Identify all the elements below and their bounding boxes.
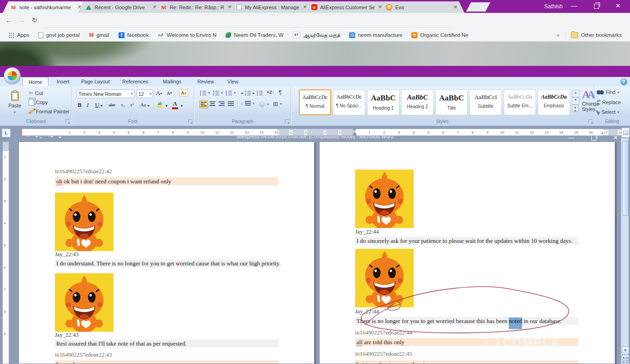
profile-name[interactable]: Sathish bbox=[544, 3, 563, 10]
underline-button[interactable]: U bbox=[95, 101, 99, 109]
replace-button[interactable]: abacReplace bbox=[597, 99, 621, 106]
tab-insert[interactable]: Insert bbox=[51, 77, 76, 86]
selected-word[interactable]: noted bbox=[509, 317, 522, 324]
font-dialog-launcher[interactable] bbox=[188, 119, 192, 123]
shading-button[interactable]: ▾ bbox=[259, 101, 269, 107]
tab-eva[interactable]: Eva ✕ bbox=[379, 1, 464, 13]
vertical-scrollbar[interactable]: ▼ ▲▲ ▼▼ bbox=[621, 138, 629, 364]
paste-button[interactable]: Paste▾ bbox=[6, 89, 24, 117]
next-page-button[interactable]: ▼▼ bbox=[622, 360, 629, 364]
font-color-caret-icon[interactable]: ▾ bbox=[181, 104, 183, 108]
document-page-1[interactable]: in164902257edoae22:42 oh ok but i don' n… bbox=[18, 141, 315, 364]
styles-scroll-down-button[interactable]: ▾ bbox=[572, 97, 579, 105]
font-color-button[interactable]: A bbox=[172, 100, 178, 110]
tab-mailings[interactable]: Mailings bbox=[157, 77, 187, 86]
window-minimize-button[interactable]: — bbox=[566, 2, 582, 9]
tab-home[interactable]: Home bbox=[22, 77, 48, 87]
change-styles-button[interactable]: AA Change Styles bbox=[582, 89, 593, 112]
bold-button[interactable]: B bbox=[77, 101, 82, 109]
styles-dialog-launcher[interactable] bbox=[588, 119, 593, 123]
tab-page-layout[interactable]: Page Layout bbox=[75, 77, 116, 86]
multilevel-list-button[interactable]: ▾ bbox=[226, 90, 236, 95]
numbering-button[interactable]: ▾ bbox=[213, 90, 223, 95]
tab-view[interactable]: View bbox=[221, 77, 244, 86]
first-line-indent-marker[interactable] bbox=[353, 129, 357, 131]
style-heading2[interactable]: AaBbC Heading 2 bbox=[401, 89, 434, 115]
bullets-button[interactable]: ▾ bbox=[200, 90, 210, 95]
style-title[interactable]: AaBbC Title bbox=[435, 89, 468, 115]
bookmark-item[interactable]: Neem Oil Traders, W bbox=[222, 32, 287, 38]
borders-button[interactable]: ⊞▾ bbox=[273, 100, 282, 107]
align-center-button[interactable] bbox=[209, 101, 215, 106]
left-indent-marker[interactable] bbox=[353, 134, 357, 135]
grow-font-button[interactable]: A▴ bbox=[156, 89, 162, 97]
word-restore-button[interactable] bbox=[586, 135, 601, 142]
format-painter-button[interactable]: Format Painter bbox=[29, 109, 70, 114]
tab-gmail-note[interactable]: M note - sathishkumarme ✕ bbox=[3, 1, 89, 13]
font-size-select[interactable]: 12▾ bbox=[137, 89, 153, 98]
tab-google-drive[interactable]: Recent - Google Drive ✕ bbox=[78, 1, 164, 13]
ruler-toggle-button[interactable] bbox=[621, 128, 630, 138]
select-button[interactable]: Select▾ bbox=[597, 109, 619, 115]
reload-icon[interactable]: ↻ bbox=[30, 16, 40, 24]
superscript-button[interactable]: x² bbox=[130, 102, 134, 107]
window-restore-button[interactable] bbox=[588, 3, 604, 10]
bookmark-item[interactable]: ffacebook bbox=[115, 32, 153, 38]
horizontal-ruler[interactable]: 1234567891011121314151221123456789101112… bbox=[22, 129, 620, 136]
window-close-button[interactable]: ✕ bbox=[610, 2, 626, 9]
justify-button[interactable] bbox=[228, 101, 234, 106]
styles-scroll-up-button[interactable]: ▴ bbox=[572, 90, 579, 97]
style-normal[interactable]: AaBbCcDc ¶ Normal bbox=[299, 89, 331, 115]
back-icon[interactable]: ← bbox=[4, 16, 14, 24]
bookmarks-overflow-chevron[interactable]: » bbox=[553, 32, 563, 38]
forward-icon[interactable]: → bbox=[17, 16, 27, 24]
shrink-font-button[interactable]: A▾ bbox=[166, 90, 172, 96]
underline-caret-icon[interactable]: ▾ bbox=[101, 104, 102, 108]
bookmark-apps[interactable]: Apps bbox=[5, 32, 33, 38]
bookmark-item[interactable]: BOrganic Certified Ne bbox=[408, 32, 472, 38]
change-case-caret-icon[interactable]: ▾ bbox=[148, 104, 149, 108]
clipboard-dialog-launcher[interactable] bbox=[65, 119, 70, 123]
find-button[interactable]: Find▾ bbox=[597, 89, 619, 95]
decrease-indent-button[interactable]: ◂ bbox=[241, 90, 251, 95]
bookmark-item[interactable]: o✗Welcome to Enviro N bbox=[155, 32, 220, 38]
office-button[interactable] bbox=[4, 67, 21, 84]
bookmark-item[interactable]: Mgmail bbox=[85, 32, 113, 38]
bookmark-item[interactable]: ETஆயுர்வேத மருத் bbox=[289, 32, 344, 38]
paragraph-dialog-launcher[interactable] bbox=[285, 119, 289, 123]
tab-gmail-reply[interactable]: M Re: Redir.: Re: Răsp.: Re: ✕ bbox=[153, 1, 239, 13]
style-subtitle[interactable]: AaBbCcI Subtitle bbox=[470, 89, 502, 115]
vertical-ruler[interactable]: 123456789 bbox=[2, 141, 9, 364]
style-heading1[interactable]: AaBbC Heading 1 bbox=[367, 89, 399, 115]
italic-button[interactable]: I bbox=[87, 101, 89, 109]
previous-page-button[interactable]: ▲▲ bbox=[622, 355, 629, 360]
strikethrough-button[interactable]: abe bbox=[109, 102, 115, 107]
line-spacing-button[interactable]: ↕▾ bbox=[241, 101, 255, 106]
align-left-button[interactable] bbox=[199, 100, 208, 108]
style-subtle-emphasis[interactable]: AaBbCcDa Subtle Em... bbox=[504, 89, 536, 115]
clear-formatting-button[interactable]: Aa bbox=[179, 89, 188, 96]
text-highlight-button[interactable]: ab bbox=[157, 101, 163, 108]
scroll-down-button[interactable]: ▼ bbox=[622, 346, 629, 355]
bookmark-item[interactable]: govt job portal bbox=[35, 32, 83, 38]
tab-close-icon[interactable]: ✕ bbox=[452, 4, 458, 10]
other-bookmarks[interactable]: Other bookmarks bbox=[567, 32, 625, 38]
styles-gallery-more-button[interactable]: ▾▾ bbox=[572, 105, 578, 112]
cut-button[interactable]: ✂Cut bbox=[29, 90, 43, 96]
show-paragraph-marks-button[interactable]: ¶ bbox=[279, 89, 282, 96]
new-tab-button[interactable] bbox=[466, 2, 491, 12]
subscript-button[interactable]: x₂ bbox=[121, 102, 125, 107]
copy-button[interactable]: Copy bbox=[29, 99, 48, 106]
tab-references[interactable]: References bbox=[116, 77, 154, 86]
change-case-button[interactable]: Aa bbox=[140, 102, 146, 107]
highlight-caret-icon[interactable]: ▾ bbox=[166, 104, 167, 108]
font-family-select[interactable]: Times New Roman▾ bbox=[77, 89, 135, 98]
style-no-spacing[interactable]: AaBbCcDc ¶ No Spaci... bbox=[333, 89, 365, 115]
bookmark-item[interactable]: Gneem manufacture bbox=[345, 32, 406, 38]
tab-review[interactable]: Review bbox=[191, 77, 220, 86]
tab-aliexpress-manage[interactable]: My AliExpress : Manage ✕ bbox=[228, 1, 314, 13]
tab-stop-selector[interactable]: L bbox=[2, 129, 11, 137]
tab-aliexpress-service[interactable]: u AliExpress Customer Se ✕ bbox=[303, 1, 389, 13]
sort-button[interactable]: AZ↓ bbox=[267, 90, 274, 94]
scrollbar-thumb[interactable] bbox=[622, 141, 629, 216]
